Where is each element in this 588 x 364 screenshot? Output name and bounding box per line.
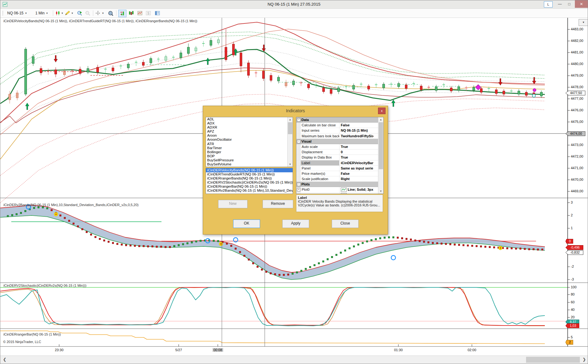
property-row-input-series[interactable]: Input seriesNQ 06-15 (1 Min) xyxy=(296,128,378,133)
link-button[interactable]: L xyxy=(544,1,553,8)
available-indicator-item[interactable]: BarTimer xyxy=(206,146,293,150)
property-row-plot1[interactable]: +Plot1Line; Solid; 2px xyxy=(296,193,378,194)
remove-button[interactable]: Remove xyxy=(263,200,293,208)
panel1-indicator-label: iCinDERVelocityBands(NQ 06-15 (1 Min)), … xyxy=(3,19,197,23)
property-name: Displacement xyxy=(301,149,340,154)
series-ranger-orange xyxy=(0,331,545,344)
properties-icon xyxy=(155,11,160,16)
close-dialog-button[interactable]: Close xyxy=(332,220,359,228)
property-name: Price marker(s) xyxy=(301,171,340,176)
property-row-price-marker-s-[interactable]: Price marker(s)False xyxy=(296,171,378,176)
minimize-button[interactable]: — xyxy=(555,0,564,8)
series-trend-guide-green xyxy=(0,49,545,104)
list-scrollbar[interactable]: ▲ ▼ xyxy=(287,117,293,167)
crosshair-button[interactable]: ▼ xyxy=(95,10,105,17)
chart-trader-button[interactable] xyxy=(127,10,135,17)
available-indicator-item[interactable]: ATR xyxy=(206,142,293,146)
property-group-plots[interactable]: −Plots xyxy=(296,182,378,187)
available-indicator-item[interactable]: Aroon xyxy=(206,134,293,138)
dot-marker xyxy=(533,88,536,92)
series-stoch-orange xyxy=(0,287,545,326)
properties-button[interactable] xyxy=(154,10,161,17)
property-group-visual[interactable]: −Visual xyxy=(296,139,378,144)
expand-icon[interactable]: + xyxy=(297,194,300,194)
available-indicator-item[interactable]: ADX xyxy=(206,121,293,125)
property-row-calculate-on-bar-close[interactable]: Calculate on bar closeFalse xyxy=(296,123,378,128)
property-row-display-in-data-box[interactable]: Display in Data BoxTrue xyxy=(296,155,378,160)
instrument-selector[interactable]: NQ 06-15▼ xyxy=(7,10,27,17)
property-row-scale-justification[interactable]: Scale justificationRight xyxy=(296,176,378,182)
property-row-panel[interactable]: PanelSame as input series xyxy=(296,166,378,171)
available-indicator-item[interactable]: BOP xyxy=(206,154,293,158)
scroll-down-icon[interactable]: ▼ xyxy=(288,162,293,167)
available-indicator-item[interactable]: ADL xyxy=(206,117,293,121)
horizontal-scrollbar[interactable]: ❮ ❯ xyxy=(0,356,588,364)
available-indicator-item[interactable]: ADXR xyxy=(206,125,293,129)
toolbar-grip[interactable] xyxy=(2,10,4,17)
dialog-close-button[interactable]: x xyxy=(378,108,386,114)
property-value: TwoHundredFiftySix xyxy=(340,134,373,139)
strategies-button[interactable] xyxy=(136,10,144,17)
available-indicators-list[interactable]: ▲ ▼ ADLADXADXRAPZAroonAroonOscillatorATR… xyxy=(206,117,293,167)
indicators-button[interactable] xyxy=(118,10,126,17)
zoom-out-button[interactable] xyxy=(84,10,91,17)
maximize-button[interactable]: □ xyxy=(565,0,574,8)
scrollbar-thumb[interactable] xyxy=(288,122,292,134)
down-arrow-marker xyxy=(262,45,266,52)
price-axis-dropdown-button[interactable]: ▼ xyxy=(579,19,588,26)
description-title: Label xyxy=(298,196,381,200)
chart-window: 4483,004482,004481,004480,004479,004478,… xyxy=(0,0,588,364)
property-name: Label xyxy=(301,160,340,165)
indicator-properties-grid[interactable]: ▲ ▼ −DataCalculate on bar closeFalseInpu… xyxy=(296,117,384,194)
collapse-icon[interactable]: − xyxy=(297,183,300,186)
expand-icon[interactable]: + xyxy=(297,188,300,191)
scroll-down-icon[interactable]: ▼ xyxy=(378,189,383,194)
panel4-indicator-label: iCinDERrangerBar(NQ 06-15 (1 Min)) xyxy=(3,332,61,336)
close-button[interactable]: ✕ xyxy=(575,0,588,8)
interval-selector[interactable]: 1 Min▼ xyxy=(35,10,48,17)
scroll-right-icon[interactable]: ❯ xyxy=(581,356,587,363)
property-row-plot0[interactable]: +Plot0Line; Solid; 3px xyxy=(296,187,378,192)
chart-style-button[interactable]: ▼ xyxy=(55,10,64,17)
property-value: Line; Solid; 2px xyxy=(340,193,373,194)
available-indicator-item[interactable]: APZ xyxy=(206,129,293,134)
new-button[interactable]: New xyxy=(218,200,248,208)
chevron-down-icon: ▼ xyxy=(102,12,104,15)
available-indicator-item[interactable]: BuySellPressure xyxy=(206,158,293,162)
configured-indicator-item[interactable]: iCinDERv2Bands(NQ 06-15 (1 Min),10,Stand… xyxy=(206,189,293,193)
configured-indicator-item[interactable]: iCinDERTrendGuideRT(NQ 06-15 (1 Min)) xyxy=(206,172,293,176)
property-value: iCinDERVelocityBands xyxy=(340,160,373,165)
property-row-label[interactable]: LabeliCinDERVelocityBands xyxy=(296,160,378,166)
account-button[interactable]: $ xyxy=(145,10,152,17)
scrollbar-thumb[interactable] xyxy=(379,122,383,169)
scrollbar-thumb[interactable] xyxy=(526,357,580,363)
configured-indicator-item[interactable]: iCinDERV2Stochastic(iCinDERv2s(NQ 06-15 … xyxy=(206,180,293,185)
chevron-down-icon: ▼ xyxy=(46,12,48,15)
grid-scrollbar[interactable]: ▲ ▼ xyxy=(378,117,383,194)
ok-button[interactable]: OK xyxy=(233,220,260,228)
scroll-up-icon[interactable]: ▲ xyxy=(378,117,383,122)
candlestick-icon xyxy=(55,11,60,16)
property-group-data[interactable]: −Data xyxy=(296,117,378,123)
toolbar: NQ 06-15▼ 1 Min▼ ▼ ▼ ▼ xyxy=(0,9,588,18)
collapse-icon[interactable]: − xyxy=(297,140,300,143)
property-row-maximum-bars-look-back[interactable]: Maximum bars look backTwoHundredFiftySix xyxy=(296,134,378,139)
available-indicator-item[interactable]: BuySellVolume xyxy=(206,162,293,166)
configured-indicators-list[interactable]: iCinDERVelocityBands(NQ 06-15 (1 Min))iC… xyxy=(206,168,293,194)
available-indicator-item[interactable]: Bollinger xyxy=(206,150,293,154)
configured-indicator-item[interactable]: iCinDERVelocityBands(NQ 06-15 (1 Min)) xyxy=(206,168,293,172)
property-row-displacement[interactable]: Displacement0 xyxy=(296,149,378,155)
scroll-left-icon[interactable]: ❮ xyxy=(2,356,8,363)
available-indicator-item[interactable]: AroonOscillator xyxy=(206,138,293,142)
apply-button[interactable]: Apply xyxy=(282,220,309,228)
property-name: Auto scale xyxy=(301,144,340,149)
data-box-button[interactable] xyxy=(107,10,114,17)
scroll-up-icon[interactable]: ▲ xyxy=(288,117,293,122)
drawing-tools-button[interactable]: ▼ xyxy=(65,10,74,17)
collapse-icon[interactable]: − xyxy=(297,118,300,122)
zoom-in-button[interactable] xyxy=(76,10,83,17)
property-row-auto-scale[interactable]: Auto scaleTrue xyxy=(296,144,378,149)
configured-indicator-item[interactable]: iCinDERrangerBands(NQ 06-15 (1 Min)) xyxy=(206,176,293,180)
configured-indicator-item[interactable]: iCinDERrangerBar(NQ 06-15 (1 Min)) xyxy=(206,185,293,189)
down-arrow-marker xyxy=(54,55,58,62)
